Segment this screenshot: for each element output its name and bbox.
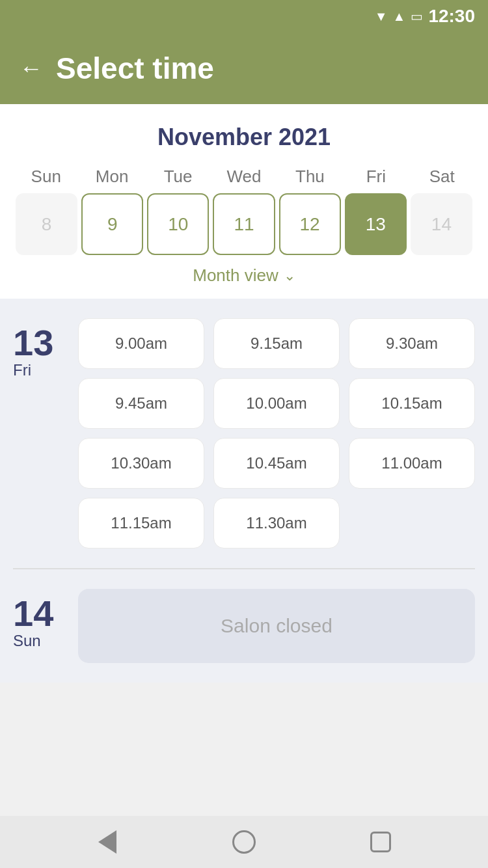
status-icons: ▼ ▲ ▭ 12:30 xyxy=(375,6,475,27)
cal-day-13[interactable]: 13 xyxy=(345,193,407,255)
cal-day-9[interactable]: 9 xyxy=(81,193,143,255)
status-time: 12:30 xyxy=(428,6,475,27)
signal-icon: ▲ xyxy=(393,9,406,24)
time-slot-1045am[interactable]: 10.45am xyxy=(213,438,340,489)
weekday-sun: Sun xyxy=(13,167,79,187)
time-slot-1130am[interactable]: 11.30am xyxy=(213,498,340,549)
header: ← Select time xyxy=(0,33,488,104)
bottom-spacer xyxy=(0,683,488,735)
day-14-label: 14 Sun xyxy=(13,589,65,663)
time-slot-915am[interactable]: 9.15am xyxy=(213,318,340,369)
month-view-label: Month view xyxy=(193,265,278,286)
day-14-number: 14 xyxy=(13,595,53,632)
weekday-headers: Sun Mon Tue Wed Thu Fri Sat xyxy=(13,167,475,187)
day-13-name: Fri xyxy=(13,361,31,379)
time-slot-1100am[interactable]: 11.00am xyxy=(349,438,475,489)
back-triangle-icon xyxy=(98,830,116,854)
time-slot-1115am[interactable]: 11.15am xyxy=(78,498,204,549)
weekday-wed: Wed xyxy=(211,167,277,187)
month-view-button[interactable]: Month view ⌄ xyxy=(13,265,475,286)
day-divider xyxy=(13,568,475,569)
cal-day-14[interactable]: 14 xyxy=(411,193,472,255)
cal-day-10[interactable]: 10 xyxy=(147,193,209,255)
cal-day-8[interactable]: 8 xyxy=(16,193,77,255)
battery-icon: ▭ xyxy=(411,8,423,24)
recents-square-icon xyxy=(370,832,391,852)
time-slot-900am[interactable]: 9.00am xyxy=(78,318,204,369)
time-slot-1000am[interactable]: 10.00am xyxy=(213,378,340,429)
cal-day-12[interactable]: 12 xyxy=(279,193,341,255)
day-14-block: 14 Sun Salon closed xyxy=(13,589,475,663)
time-slot-1030am[interactable]: 10.30am xyxy=(78,438,204,489)
bottom-nav xyxy=(0,816,488,868)
back-button[interactable]: ← xyxy=(20,55,43,82)
nav-home-button[interactable] xyxy=(228,826,260,858)
nav-back-button[interactable] xyxy=(91,826,124,858)
calendar-section: November 2021 Sun Mon Tue Wed Thu Fri Sa… xyxy=(0,104,488,299)
salon-closed-label: Salon closed xyxy=(221,615,332,636)
time-slot-945am[interactable]: 9.45am xyxy=(78,378,204,429)
time-slot-1015am[interactable]: 10.15am xyxy=(349,378,475,429)
weekday-thu: Thu xyxy=(277,167,343,187)
nav-recents-button[interactable] xyxy=(364,826,397,858)
day-13-block: 13 Fri 9.00am 9.15am 9.30am 9.45am 10.00… xyxy=(13,318,475,549)
page-title: Select time xyxy=(56,51,214,86)
time-slot-930am[interactable]: 9.30am xyxy=(349,318,475,369)
calendar-row: 8 9 10 11 12 13 14 xyxy=(13,193,475,255)
weekday-fri: Fri xyxy=(343,167,409,187)
home-circle-icon xyxy=(232,830,256,854)
salon-closed-box: Salon closed xyxy=(78,589,475,663)
day-14-name: Sun xyxy=(13,632,41,650)
day-13-number: 13 xyxy=(13,325,53,361)
status-bar: ▼ ▲ ▭ 12:30 xyxy=(0,0,488,33)
day-13-time-grid: 9.00am 9.15am 9.30am 9.45am 10.00am 10.1… xyxy=(78,318,475,549)
wifi-icon: ▼ xyxy=(375,9,388,24)
cal-day-11[interactable]: 11 xyxy=(213,193,275,255)
weekday-sat: Sat xyxy=(409,167,475,187)
day-13-label: 13 Fri xyxy=(13,318,65,549)
chevron-down-icon: ⌄ xyxy=(284,267,295,284)
time-section: 13 Fri 9.00am 9.15am 9.30am 9.45am 10.00… xyxy=(0,299,488,683)
month-title: November 2021 xyxy=(13,124,475,151)
weekday-tue: Tue xyxy=(145,167,211,187)
weekday-mon: Mon xyxy=(79,167,144,187)
